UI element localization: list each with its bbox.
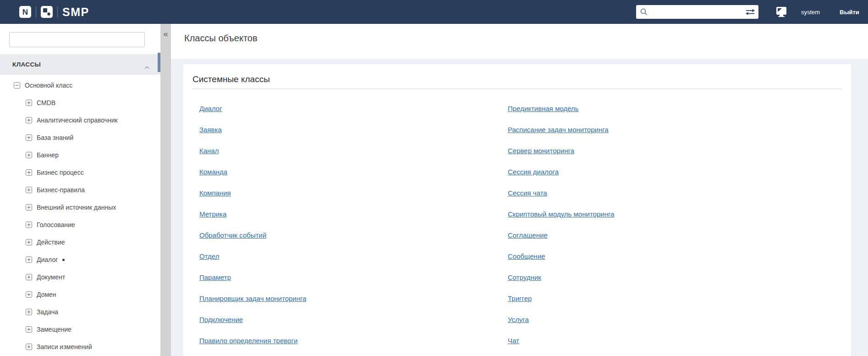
logo-divider — [57, 6, 58, 17]
tree-item-14[interactable]: Записи изменений — [0, 338, 158, 356]
product-name: SMP — [62, 6, 89, 19]
class-link-row: Заявка — [199, 119, 508, 140]
tree-item-2[interactable]: База знаний — [0, 129, 158, 146]
class-link-left-7[interactable]: Отдел — [199, 252, 219, 260]
class-link-left-2[interactable]: Канал — [199, 147, 219, 155]
sidebar-collapse-handle[interactable]: « — [160, 24, 171, 356]
tree-item-13[interactable]: Замещение — [0, 321, 158, 338]
card-title-divider — [192, 89, 842, 89]
expand-node-icon[interactable] — [26, 291, 32, 298]
tree-item-3[interactable]: Баннер — [0, 146, 158, 164]
class-link-right-1[interactable]: Расписание задач мониторинга — [508, 126, 609, 134]
class-link-right-4[interactable]: Сессия чата — [508, 189, 547, 197]
class-link-right-9[interactable]: Триггер — [508, 295, 532, 302]
monitor-icon[interactable] — [775, 6, 787, 17]
class-link-left-0[interactable]: Диалог — [199, 105, 222, 112]
logo-divider — [36, 6, 36, 17]
global-search-input[interactable] — [648, 5, 745, 19]
class-link-left-11[interactable]: Правило определения тревоги — [199, 337, 297, 345]
tree-item-label: CMDB — [37, 99, 55, 106]
page-title: Классы объектов — [184, 33, 258, 44]
tree-item-label: Основной класс — [25, 82, 72, 89]
tree-item-7[interactable]: Голосование — [0, 216, 158, 234]
collapse-node-icon[interactable] — [14, 82, 20, 89]
chevron-up-icon — [144, 63, 149, 71]
tree-item-label: Аналитический справочник — [37, 117, 118, 124]
class-link-left-5[interactable]: Метрика — [199, 210, 226, 218]
expand-node-icon[interactable] — [26, 169, 32, 176]
class-link-left-4[interactable]: Компания — [199, 189, 231, 197]
class-link-right-10[interactable]: Услуга — [508, 316, 529, 323]
tree-item-label: Документ — [37, 273, 65, 281]
class-link-right-7[interactable]: Сообщение — [508, 252, 545, 260]
naumen-n-logo-icon: N — [19, 6, 31, 18]
class-link-left-6[interactable]: Обработчик событий — [199, 231, 266, 239]
expand-node-icon[interactable] — [26, 239, 32, 245]
main-content: Классы объектов Системные классы ДиалогЗ… — [171, 24, 868, 356]
tree-item-12[interactable]: Задача — [0, 303, 158, 321]
tree-item-4[interactable]: Бизнес процесс — [0, 164, 158, 181]
class-link-left-9[interactable]: Планировщик задач мониторинга — [199, 295, 306, 302]
tree-item-11[interactable]: Домен — [0, 286, 158, 303]
class-link-row: Диалог — [199, 98, 508, 119]
tree-item-5[interactable]: Бизнес-правила — [0, 181, 158, 199]
class-link-left-10[interactable]: Подключение — [199, 316, 243, 323]
expand-node-icon[interactable] — [26, 100, 32, 106]
sidebar-search-input[interactable] — [9, 32, 145, 47]
tree-item-6[interactable]: Внешний источник данных — [0, 199, 158, 216]
class-link-row: Параметр — [199, 267, 508, 288]
class-link-right-5[interactable]: Скриптовый модуль мониторинга — [508, 210, 614, 218]
class-link-row: Триггер — [508, 288, 614, 309]
expand-node-icon[interactable] — [26, 152, 32, 158]
tree-item-label: Внешний источник данных — [37, 204, 116, 211]
tree-item-label: Бизнес-правила — [37, 186, 85, 194]
logout-button[interactable]: Выйти — [840, 0, 859, 24]
tree-item-label: Действие — [37, 239, 65, 246]
expand-node-icon[interactable] — [26, 187, 32, 193]
expand-node-icon[interactable] — [26, 344, 32, 350]
class-link-row: Сотрудник — [508, 267, 614, 288]
class-link-right-3[interactable]: Сессия диалога — [508, 168, 559, 176]
search-filter-icon[interactable] — [745, 8, 755, 16]
application-window: N SMP — [0, 0, 868, 356]
class-link-right-2[interactable]: Сервер мониторинга — [508, 147, 574, 155]
expand-node-icon[interactable] — [26, 222, 32, 228]
class-link-row: Правило определения тревоги — [199, 330, 508, 351]
expand-node-icon[interactable] — [26, 274, 32, 280]
tree-item-label: Голосование — [37, 221, 75, 228]
tree-item-root[interactable]: Основной класс — [0, 77, 158, 94]
class-link-left-3[interactable]: Команда — [199, 168, 227, 176]
tree-item-label: Записи изменений — [37, 343, 92, 350]
expand-node-icon[interactable] — [26, 204, 32, 211]
class-link-row: Сервер мониторинга — [508, 140, 614, 161]
global-search-box — [636, 5, 758, 19]
app-logo[interactable]: N SMP — [19, 0, 89, 24]
sidebar-section-classes[interactable]: КЛАССЫ — [0, 54, 160, 75]
class-link-right-8[interactable]: Сотрудник — [508, 273, 541, 281]
expand-node-icon[interactable] — [26, 117, 32, 123]
expand-node-icon[interactable] — [26, 309, 32, 315]
class-links-column-right: Предиктивная модельРасписание задач мони… — [508, 98, 614, 351]
tree-item-9[interactable]: Диалог — [0, 251, 158, 268]
class-link-row: Сессия диалога — [508, 161, 614, 182]
class-link-right-6[interactable]: Соглашение — [508, 231, 548, 239]
tree-item-label: Замещение — [37, 326, 71, 333]
tree-item-8[interactable]: Действие — [0, 234, 158, 251]
class-link-right-11[interactable]: Чат — [508, 337, 519, 345]
system-classes-card: Системные классы ДиалогЗаявкаКаналКоманд… — [183, 64, 851, 356]
tree-item-0[interactable]: CMDB — [0, 94, 158, 111]
class-link-row: Услуга — [508, 309, 614, 330]
tree-item-1[interactable]: Аналитический справочник — [0, 111, 158, 129]
expand-node-icon[interactable] — [26, 326, 32, 333]
expand-node-icon[interactable] — [26, 256, 32, 263]
class-link-row: Планировщик задач мониторинга — [199, 288, 508, 309]
tree-item-label: Диалог — [37, 256, 58, 263]
class-link-right-0[interactable]: Предиктивная модель — [508, 105, 579, 112]
tree-item-10[interactable]: Документ — [0, 268, 158, 286]
class-link-left-1[interactable]: Заявка — [199, 126, 222, 134]
expand-node-icon[interactable] — [26, 134, 32, 141]
user-menu[interactable]: system — [801, 0, 820, 24]
class-link-row: Сессия чата — [508, 182, 614, 203]
tree-item-label: Бизнес процесс — [37, 169, 84, 176]
class-link-left-8[interactable]: Параметр — [199, 273, 231, 281]
